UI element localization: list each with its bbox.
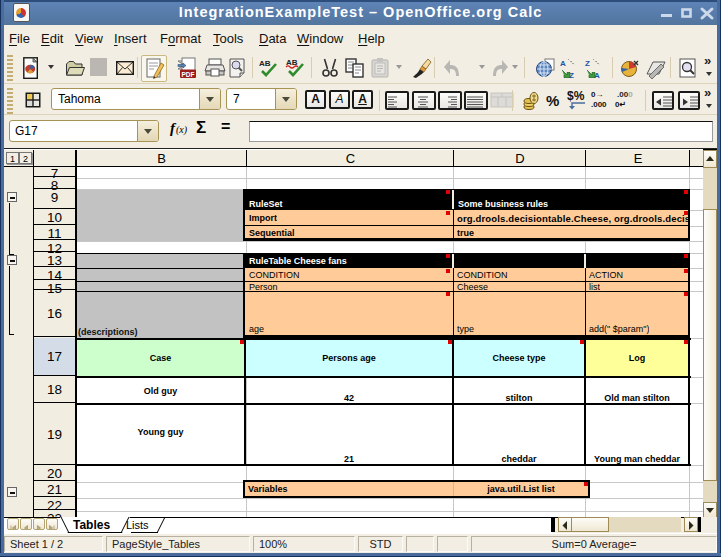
svg-text:PDF: PDF xyxy=(182,71,195,78)
svg-text:Z: Z xyxy=(585,59,590,68)
svg-text:A: A xyxy=(560,59,566,68)
svg-text:AB: AB xyxy=(259,59,271,68)
